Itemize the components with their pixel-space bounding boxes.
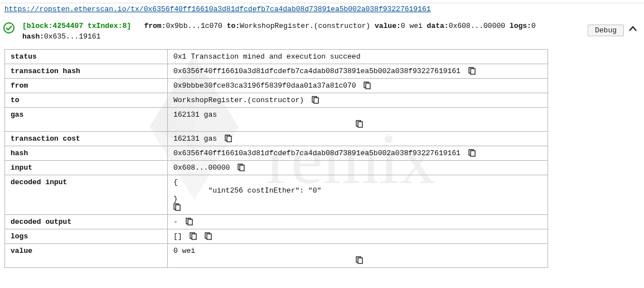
val-tx-cost: 162131 gas: [173, 135, 221, 143]
svg-rect-26: [207, 234, 211, 239]
svg-rect-22: [188, 219, 192, 225]
key-decoded-output: decoded output: [5, 214, 168, 229]
val-input: 0x608...00000: [173, 164, 230, 172]
value-label: value:: [375, 22, 401, 30]
value-value: 0 wei: [401, 22, 423, 30]
copy-icon[interactable]: [173, 203, 181, 211]
data-value: 0x608...00000: [449, 22, 505, 30]
val-decoded-output: -: [173, 218, 182, 226]
val-decoded-input: { "uint256 costInEther": "0" }: [173, 178, 542, 203]
debug-button[interactable]: Debug: [588, 25, 624, 36]
table-row: decoded output -: [5, 214, 548, 229]
tx-summary-text: [block:4254407 txIndex:8] from:0x9bb...1…: [17, 21, 588, 42]
from-value: 0x9bb...1c070: [166, 22, 222, 30]
key-status: status: [5, 49, 168, 64]
table-row: hash 0x6356f40ff16610a3d81dfcdefb7ca4dab…: [5, 146, 548, 160]
val-logs: []: [173, 232, 182, 241]
svg-rect-28: [358, 258, 362, 263]
key-logs: logs: [5, 229, 168, 243]
logs-value: 0: [531, 22, 536, 30]
table-row: value 0 wei: [5, 243, 548, 267]
copy-icon[interactable]: [356, 256, 363, 264]
to-value: WorkshopRegister.(constructor): [240, 22, 370, 30]
hash-value: 0x635...19161: [44, 32, 100, 41]
key-hash: hash: [5, 146, 168, 160]
copy-icon[interactable]: [312, 96, 319, 104]
table-row: transaction hash 0x6356f40ff16610a3d81df…: [5, 64, 548, 78]
table-row: to WorkshopRegister.(constructor): [5, 93, 548, 107]
svg-rect-16: [471, 151, 475, 156]
to-label: to:: [227, 22, 240, 30]
data-label: data:: [427, 22, 449, 30]
collapse-chevron-icon[interactable]: [627, 23, 638, 37]
table-row: decoded input { "uint256 costInEther": "…: [5, 175, 548, 214]
from-label: from:: [144, 22, 166, 30]
copy-icon[interactable]: [356, 120, 363, 128]
val-to: WorkshopRegister.(constructor): [173, 96, 304, 104]
copy-icon[interactable]: [468, 149, 476, 157]
copy-icon[interactable]: [468, 67, 476, 75]
val-gas: 162131 gas: [173, 111, 217, 119]
key-decoded-input: decoded input: [5, 175, 168, 214]
svg-point-4: [4, 23, 14, 33]
table-row: from 0x9bbbe30fce83ca3196f5839f0daa01a37…: [5, 78, 548, 93]
val-from: 0x9bbbe30fce83ca3196f5839f0daa01a37a81c0…: [173, 81, 356, 90]
copy-icon[interactable]: [238, 164, 245, 171]
svg-rect-8: [366, 83, 370, 89]
key-tx-hash: transaction hash: [5, 64, 168, 78]
etherscan-link-row: https://ropsten.etherscan.io/tx/0x6356f4…: [0, 3, 644, 19]
val-value: 0 wei: [173, 247, 195, 255]
table-row: input 0x608...00000: [5, 160, 548, 175]
copy-icon[interactable]: [190, 232, 197, 240]
tx-details-table: status 0x1 Transaction mined and executi…: [4, 49, 548, 268]
table-row: status 0x1 Transaction mined and executi…: [5, 49, 548, 64]
svg-rect-12: [358, 122, 362, 127]
hash-label: hash:: [22, 32, 44, 41]
key-from: from: [5, 78, 168, 93]
svg-rect-6: [471, 69, 475, 74]
key-gas: gas: [5, 107, 168, 131]
svg-rect-14: [227, 136, 231, 142]
copy-icon[interactable]: [205, 232, 212, 240]
val-hash: 0x6356f40ff16610a3d81dfcdefb7ca4dab08d73…: [173, 149, 461, 157]
val-tx-hash: 0x6356f40ff16610a3d81dfcdefb7ca4dab08d73…: [173, 67, 461, 75]
tx-summary-row: [block:4254407 txIndex:8] from:0x9bb...1…: [0, 19, 644, 46]
logs-label: logs:: [510, 22, 531, 30]
copy-icon[interactable]: [364, 81, 371, 89]
block-index: [block:4254407 txIndex:8]: [22, 22, 131, 30]
copy-icon[interactable]: [225, 135, 232, 142]
svg-rect-24: [192, 234, 196, 239]
key-input: input: [5, 160, 168, 175]
copy-icon[interactable]: [186, 218, 193, 225]
svg-rect-18: [240, 165, 244, 171]
key-tx-cost: transaction cost: [5, 131, 168, 146]
table-row: transaction cost 162131 gas: [5, 131, 548, 146]
svg-rect-20: [176, 205, 180, 210]
key-value: value: [5, 243, 168, 267]
svg-rect-10: [314, 98, 318, 103]
key-to: to: [5, 93, 168, 107]
success-check-icon: [3, 22, 14, 36]
table-row: logs []: [5, 229, 548, 243]
etherscan-link[interactable]: https://ropsten.etherscan.io/tx/0x6356f4…: [4, 5, 431, 13]
table-row: gas 162131 gas: [5, 107, 548, 131]
val-status: 0x1 Transaction mined and execution succ…: [168, 49, 548, 64]
